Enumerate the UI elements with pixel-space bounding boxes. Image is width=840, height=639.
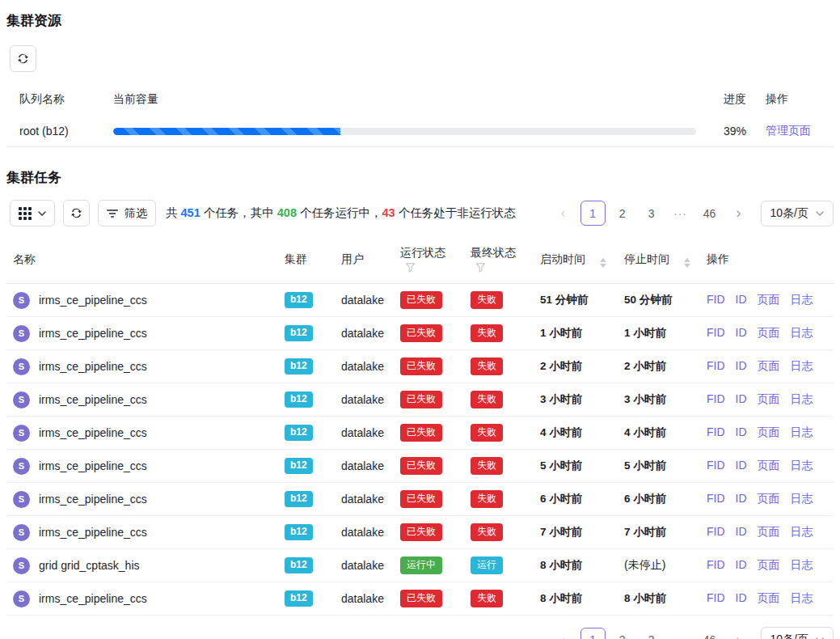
op-link-fid[interactable]: FID bbox=[707, 293, 725, 306]
op-link-id[interactable]: ID bbox=[736, 459, 747, 472]
start-time: 8 小时前 bbox=[540, 592, 582, 604]
cluster-badge: b12 bbox=[285, 557, 313, 573]
header-run-status: 运行状态 bbox=[394, 236, 464, 284]
op-link-fid[interactable]: FID bbox=[707, 425, 725, 438]
page-button-1[interactable]: 1 bbox=[580, 628, 606, 639]
page-button-46[interactable]: 46 bbox=[698, 201, 722, 226]
filter-funnel-icon[interactable] bbox=[475, 262, 486, 273]
op-link-page[interactable]: 页面 bbox=[758, 558, 780, 571]
run-status-badge: 运行中 bbox=[400, 556, 442, 573]
avatar: S bbox=[13, 524, 30, 541]
tasks-refresh-button[interactable] bbox=[63, 200, 90, 226]
op-link-fid[interactable]: FID bbox=[707, 459, 725, 472]
start-time: 7 小时前 bbox=[540, 526, 582, 538]
op-link-id[interactable]: ID bbox=[736, 558, 747, 571]
header-queue-name: 队列名称 bbox=[6, 83, 107, 116]
op-link-fid[interactable]: FID bbox=[707, 392, 725, 405]
page-button-46[interactable]: 46 bbox=[698, 628, 722, 639]
page-size-select[interactable]: 10条/页 bbox=[761, 627, 834, 639]
avatar: S bbox=[13, 325, 30, 342]
summary-text: 共 bbox=[166, 206, 181, 219]
final-status-badge: 失败 bbox=[471, 424, 503, 441]
manage-page-link[interactable]: 管理页面 bbox=[766, 124, 811, 137]
resources-refresh-button[interactable] bbox=[10, 45, 36, 72]
op-link-log[interactable]: 日志 bbox=[791, 525, 813, 538]
op-link-log[interactable]: 日志 bbox=[791, 459, 813, 472]
op-link-page[interactable]: 页面 bbox=[758, 492, 780, 505]
final-status-badge: 失败 bbox=[471, 358, 503, 375]
header-progress: 进度 bbox=[717, 83, 759, 116]
op-link-log[interactable]: 日志 bbox=[791, 392, 813, 405]
op-link-fid[interactable]: FID bbox=[707, 558, 725, 571]
op-link-fid[interactable]: FID bbox=[707, 359, 725, 372]
task-summary: 共 451 个任务，其中 408 个任务运行中，43 个任务处于非运行状态 bbox=[166, 205, 516, 221]
pagination-ellipsis[interactable]: ··· bbox=[669, 628, 693, 639]
op-link-fid[interactable]: FID bbox=[707, 492, 725, 505]
op-link-id[interactable]: ID bbox=[736, 293, 747, 306]
pagination-ellipsis[interactable]: ··· bbox=[669, 201, 693, 226]
header-cluster: 集群 bbox=[278, 236, 335, 284]
run-status-badge: 已失败 bbox=[400, 391, 442, 408]
page-size-select[interactable]: 10条/页 bbox=[761, 201, 834, 226]
start-time: 2 小时前 bbox=[540, 360, 582, 372]
op-link-id[interactable]: ID bbox=[736, 591, 747, 604]
page-button-3[interactable]: 3 bbox=[639, 628, 664, 639]
header-stop-time: 停止时间 bbox=[618, 236, 700, 284]
op-link-page[interactable]: 页面 bbox=[758, 293, 780, 306]
final-status-badge: 失败 bbox=[471, 457, 503, 474]
sort-icon[interactable] bbox=[684, 258, 690, 268]
op-link-page[interactable]: 页面 bbox=[758, 359, 780, 372]
op-link-id[interactable]: ID bbox=[736, 392, 747, 405]
op-link-page[interactable]: 页面 bbox=[758, 326, 780, 339]
sort-icon[interactable] bbox=[600, 258, 606, 268]
next-page-button[interactable]: › bbox=[727, 201, 751, 226]
page-button-2[interactable]: 2 bbox=[610, 201, 635, 226]
op-link-id[interactable]: ID bbox=[736, 492, 747, 505]
run-status-badge: 已失败 bbox=[400, 324, 442, 341]
stop-time: (未停止) bbox=[624, 558, 665, 571]
task-name: irms_ce_pipeline_ccs bbox=[39, 526, 147, 539]
op-link-page[interactable]: 页面 bbox=[758, 591, 780, 604]
op-link-log[interactable]: 日志 bbox=[791, 293, 813, 306]
start-time: 4 小时前 bbox=[540, 426, 582, 438]
layout-switch-button[interactable] bbox=[10, 200, 55, 226]
prev-page-button[interactable]: ‹ bbox=[551, 628, 576, 639]
op-link-fid[interactable]: FID bbox=[707, 525, 725, 538]
page-button-2[interactable]: 2 bbox=[610, 628, 635, 639]
table-row: Sirms_ce_pipeline_ccs b12 datalake 已失败 失… bbox=[6, 417, 834, 450]
op-link-page[interactable]: 页面 bbox=[758, 425, 780, 438]
op-link-log[interactable]: 日志 bbox=[791, 359, 813, 372]
op-link-page[interactable]: 页面 bbox=[758, 392, 780, 405]
op-link-id[interactable]: ID bbox=[736, 326, 747, 339]
cluster-badge: b12 bbox=[285, 590, 313, 606]
user-cell: datalake bbox=[335, 516, 394, 549]
summary-text: 个任务处于非运行状态 bbox=[395, 206, 516, 219]
op-link-log[interactable]: 日志 bbox=[791, 492, 813, 505]
op-link-log[interactable]: 日志 bbox=[791, 425, 813, 438]
op-link-fid[interactable]: FID bbox=[707, 326, 725, 339]
op-link-log[interactable]: 日志 bbox=[791, 558, 813, 571]
start-time: 3 小时前 bbox=[540, 393, 582, 405]
page-button-3[interactable]: 3 bbox=[639, 201, 664, 226]
run-status-badge: 已失败 bbox=[400, 424, 442, 441]
user-cell: datalake bbox=[335, 317, 394, 350]
tasks-title: 集群任务 bbox=[6, 168, 834, 187]
op-link-id[interactable]: ID bbox=[736, 359, 747, 372]
op-link-page[interactable]: 页面 bbox=[758, 459, 780, 472]
filter-funnel-icon[interactable] bbox=[405, 262, 416, 273]
chevron-down-icon bbox=[38, 211, 46, 216]
op-link-id[interactable]: ID bbox=[736, 425, 747, 438]
op-link-id[interactable]: ID bbox=[736, 525, 747, 538]
header-name: 名称 bbox=[6, 236, 278, 284]
page-button-1[interactable]: 1 bbox=[580, 201, 606, 226]
filter-button[interactable]: 筛选 bbox=[98, 200, 156, 226]
op-link-fid[interactable]: FID bbox=[707, 591, 725, 604]
run-status-badge: 已失败 bbox=[400, 358, 442, 375]
op-link-log[interactable]: 日志 bbox=[791, 591, 813, 604]
cluster-badge: b12 bbox=[285, 425, 313, 440]
prev-page-button[interactable]: ‹ bbox=[551, 201, 576, 226]
op-link-log[interactable]: 日志 bbox=[791, 326, 813, 339]
next-page-button[interactable]: › bbox=[727, 628, 751, 639]
task-name: irms_ce_pipeline_ccs bbox=[39, 493, 147, 506]
op-link-page[interactable]: 页面 bbox=[758, 525, 780, 538]
